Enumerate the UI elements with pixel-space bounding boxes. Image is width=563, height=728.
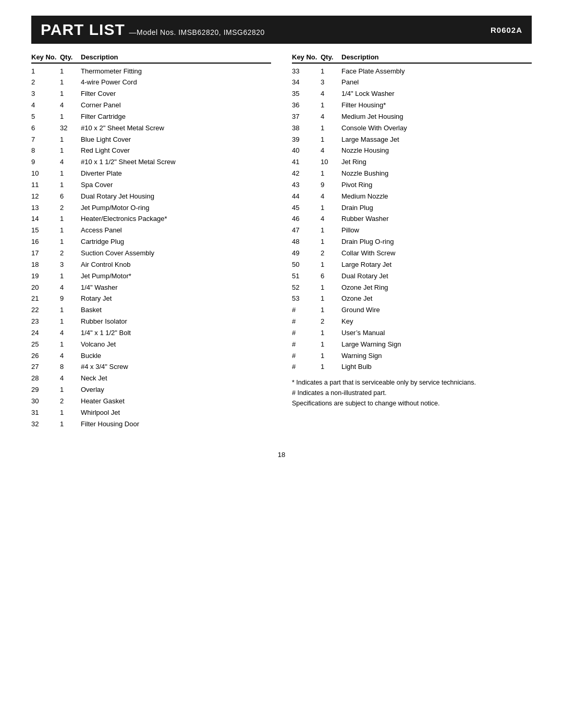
- table-row: 45 1 Drain Plug: [292, 202, 532, 214]
- table-row: 6 32 #10 x 2" Sheet Metal Screw: [31, 122, 271, 134]
- table-row: 11 1 Spa Cover: [31, 179, 271, 191]
- row-desc: Console With Overlay: [341, 124, 532, 133]
- row-qty: 1: [60, 78, 81, 88]
- table-row: 2 1 4-wire Power Cord: [31, 77, 271, 89]
- row-keyno: 13: [31, 203, 60, 213]
- row-keyno: 3: [31, 89, 60, 99]
- row-desc: Rubber Isolator: [81, 317, 271, 327]
- table-row: 3 1 Filter Cover: [31, 89, 271, 100]
- table-row: 1 1 Thermometer Fitting: [31, 66, 271, 77]
- row-qty: 2: [60, 397, 81, 406]
- table-row: 42 1 Nozzle Bushing: [292, 168, 532, 180]
- row-keyno: 17: [31, 249, 60, 258]
- table-row: 52 1 Ozone Jet Ring: [292, 282, 532, 293]
- table-row: 41 10 Jet Ring: [292, 157, 532, 168]
- row-keyno: 30: [31, 397, 60, 406]
- row-qty: 2: [60, 249, 81, 258]
- row-qty: 1: [321, 328, 341, 338]
- row-keyno: 24: [31, 328, 60, 338]
- row-desc: 1/4" Washer: [81, 283, 271, 293]
- row-keyno: 53: [292, 294, 321, 304]
- row-desc: Buckle: [81, 351, 271, 361]
- row-keyno: 29: [31, 385, 60, 395]
- row-desc: Heater Gasket: [81, 397, 271, 406]
- table-row: 48 1 Drain Plug O-ring: [292, 237, 532, 248]
- page: PART LIST —Model Nos. IMSB62820, IMSG628…: [0, 0, 563, 728]
- table-row: 24 4 1/4" x 1 1/2" Bolt: [31, 327, 271, 339]
- row-desc: Basket: [81, 305, 271, 315]
- row-qty: 1: [60, 419, 81, 429]
- table-row: # 1 User’s Manual: [292, 327, 532, 339]
- row-desc: Drain Plug: [341, 203, 532, 213]
- table-row: 39 1 Large Massage Jet: [292, 134, 532, 145]
- row-keyno: 2: [31, 78, 60, 88]
- row-keyno: 1: [31, 67, 60, 77]
- row-desc: Blue Light Cover: [81, 135, 271, 145]
- row-keyno: 7: [31, 135, 60, 145]
- table-row: # 1 Large Warning Sign: [292, 339, 532, 350]
- table-row: 10 1 Diverter Plate: [31, 168, 271, 180]
- row-qty: 4: [321, 214, 341, 224]
- row-qty: 1: [60, 135, 81, 145]
- table-row: 40 4 Nozzle Housing: [292, 145, 532, 157]
- row-desc: Medium Jet Housing: [341, 112, 532, 122]
- table-row: # 1 Warning Sign: [292, 350, 532, 362]
- right-header-qty: Qty.: [321, 53, 341, 61]
- row-qty: 1: [321, 260, 341, 270]
- row-qty: 1: [321, 203, 341, 213]
- row-keyno: #: [292, 340, 321, 350]
- row-desc: Filter Cover: [81, 89, 271, 99]
- row-desc: Large Massage Jet: [341, 135, 532, 145]
- row-desc: Key: [341, 317, 532, 327]
- row-keyno: 46: [292, 214, 321, 224]
- row-keyno: 39: [292, 135, 321, 145]
- row-keyno: 26: [31, 351, 60, 361]
- row-keyno: 18: [31, 260, 60, 270]
- row-qty: 9: [60, 294, 81, 304]
- row-desc: Rotary Jet: [81, 294, 271, 304]
- row-qty: 4: [60, 157, 81, 167]
- table-row: 17 2 Suction Cover Assembly: [31, 248, 271, 260]
- row-desc: Light Bulb: [341, 362, 532, 372]
- row-qty: 4: [60, 328, 81, 338]
- row-keyno: 48: [292, 237, 321, 247]
- row-desc: Diverter Plate: [81, 169, 271, 179]
- row-desc: 1/4" x 1 1/2" Bolt: [81, 328, 271, 338]
- table-row: 19 1 Jet Pump/Motor*: [31, 270, 271, 282]
- row-qty: 1: [321, 101, 341, 110]
- row-qty: 1: [60, 385, 81, 395]
- row-qty: 1: [60, 408, 81, 418]
- row-qty: 4: [60, 374, 81, 384]
- row-qty: 1: [321, 135, 341, 145]
- row-qty: 9: [321, 180, 341, 190]
- row-qty: 4: [60, 101, 81, 110]
- row-keyno: 50: [292, 260, 321, 270]
- row-keyno: 31: [31, 408, 60, 418]
- row-desc: Neck Jet: [81, 374, 271, 384]
- row-desc: Nozzle Housing: [341, 146, 532, 156]
- row-qty: 1: [60, 226, 81, 236]
- row-keyno: 5: [31, 112, 60, 122]
- row-keyno: 36: [292, 101, 321, 110]
- row-keyno: 37: [292, 112, 321, 122]
- row-desc: #10 x 2" Sheet Metal Screw: [81, 124, 271, 133]
- row-desc: Red Light Cover: [81, 146, 271, 156]
- left-header-qty: Qty.: [60, 53, 81, 61]
- table-row: 22 1 Basket: [31, 305, 271, 316]
- row-desc: Pivot Ring: [341, 180, 532, 190]
- row-keyno: 21: [31, 294, 60, 304]
- row-keyno: 44: [292, 192, 321, 202]
- table-row: # 2 Key: [292, 316, 532, 328]
- row-qty: 4: [60, 351, 81, 361]
- table-row: 25 1 Volcano Jet: [31, 339, 271, 350]
- row-qty: 1: [321, 237, 341, 247]
- row-qty: 1: [321, 340, 341, 350]
- note-text: Specifications are subject to change wit…: [292, 398, 532, 409]
- right-header-desc: Description: [341, 53, 379, 61]
- row-keyno: 15: [31, 226, 60, 236]
- row-keyno: 42: [292, 169, 321, 179]
- row-desc: Pillow: [341, 226, 532, 236]
- table-row: 20 4 1/4" Washer: [31, 282, 271, 293]
- row-desc: Access Panel: [81, 226, 271, 236]
- table-row: 5 1 Filter Cartridge: [31, 111, 271, 122]
